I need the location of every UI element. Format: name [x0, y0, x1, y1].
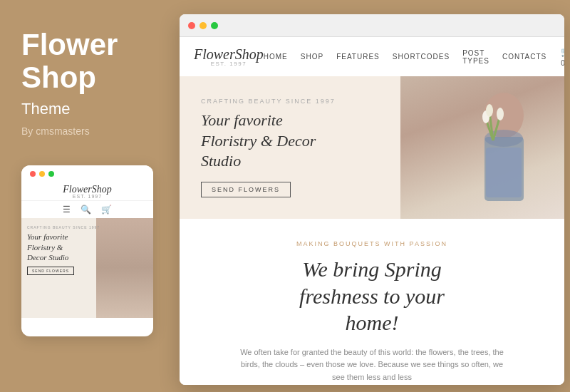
browser-window: FlowerShop EST. 1997 HOME SHOP FEATURES … — [180, 14, 564, 385]
site-logo: FlowerShop EST. 1997 — [194, 46, 264, 67]
mobile-preview: FlowerShop EST. 1997 ☰ 🔍 🛒 CRAFTING BEAU… — [21, 165, 153, 336]
lower-section: MAKING BOUQUETS WITH PASSION We bring Sp… — [180, 219, 564, 385]
nav-post-types[interactable]: POST TYPES — [462, 49, 489, 65]
mobile-dot-red — [30, 171, 36, 177]
mobile-person-figure — [96, 218, 153, 318]
browser-content: FlowerShop EST. 1997 HOME SHOP FEATURES … — [180, 37, 564, 385]
site-nav: FlowerShop EST. 1997 HOME SHOP FEATURES … — [180, 37, 564, 76]
theme-title: Flower Shop — [21, 29, 151, 94]
left-panel: Flower Shop Theme By cmsmasters FlowerSh… — [0, 0, 172, 392]
hero-text: CRAFTING BEAUTY SINCE 1997 Your favorite… — [180, 83, 365, 212]
svg-point-8 — [497, 108, 504, 120]
browser-dot-red[interactable] — [188, 22, 195, 29]
cart-icon[interactable]: 🛒 0 — [561, 46, 564, 68]
crafting-label: CRAFTING BEAUTY SINCE 1997 — [201, 98, 343, 105]
svg-rect-3 — [486, 148, 522, 197]
hero-person-figure — [400, 76, 564, 219]
mobile-dot-green — [48, 171, 54, 177]
spring-heading: We bring Spring freshness to your home! — [194, 256, 550, 336]
nav-shortcodes[interactable]: SHORTCODES — [393, 53, 450, 61]
mobile-search-icon: 🔍 — [81, 205, 91, 215]
nav-links: HOME SHOP FEATURES SHORTCODES POST TYPES… — [264, 49, 546, 65]
svg-point-9 — [486, 104, 493, 117]
theme-author: By cmsmasters — [21, 125, 151, 137]
hero-image — [400, 76, 564, 219]
site-logo-text: FlowerShop — [194, 46, 264, 62]
mobile-cart-icon: 🛒 — [101, 205, 112, 215]
browser-dot-green[interactable] — [211, 22, 218, 29]
browser-dot-yellow[interactable] — [200, 22, 207, 29]
lower-paragraph: We often take for granted the beauty of … — [237, 346, 507, 384]
mobile-heading: Your favorite Floristry & Decor Studio — [27, 232, 100, 262]
nav-features[interactable]: FEATURES — [336, 53, 380, 61]
mobile-topbar — [21, 165, 153, 180]
mobile-hero: CRAFTING BEAUTY SINCE 1997 Your favorite… — [21, 218, 153, 318]
mobile-send-flowers-button[interactable]: SEND FLOWERS — [27, 267, 74, 275]
mobile-hero-text: CRAFTING BEAUTY SINCE 1997 Your favorite… — [27, 225, 100, 275]
mobile-menu-icon: ☰ — [63, 205, 71, 215]
nav-icons: 🛒 0 🔍 — [561, 46, 564, 68]
mobile-logo: FlowerShop — [63, 184, 111, 195]
passion-label: MAKING BOUQUETS WITH PASSION — [194, 240, 550, 247]
mobile-crafting: CRAFTING BEAUTY SINCE 1997 — [27, 225, 100, 229]
theme-subtitle: Theme — [21, 100, 151, 118]
mobile-est: EST. 1997 — [21, 194, 153, 199]
mobile-nav-icons: ☰ 🔍 🛒 — [21, 201, 153, 218]
mobile-dot-yellow — [39, 171, 45, 177]
nav-home[interactable]: HOME — [264, 53, 288, 61]
nav-shop[interactable]: SHOP — [301, 53, 323, 61]
hero-section: CRAFTING BEAUTY SINCE 1997 Your favorite… — [180, 76, 564, 219]
nav-contacts[interactable]: CONTACTS — [502, 53, 546, 61]
mobile-hero-image — [96, 218, 153, 318]
browser-topbar — [180, 14, 564, 37]
hero-person-svg — [400, 76, 564, 219]
mobile-logo-area: FlowerShop EST. 1997 — [21, 180, 153, 201]
hero-heading: Your favorite Floristry & Decor Studio — [201, 110, 343, 172]
send-flowers-button[interactable]: SEND FLOWERS — [201, 182, 291, 197]
